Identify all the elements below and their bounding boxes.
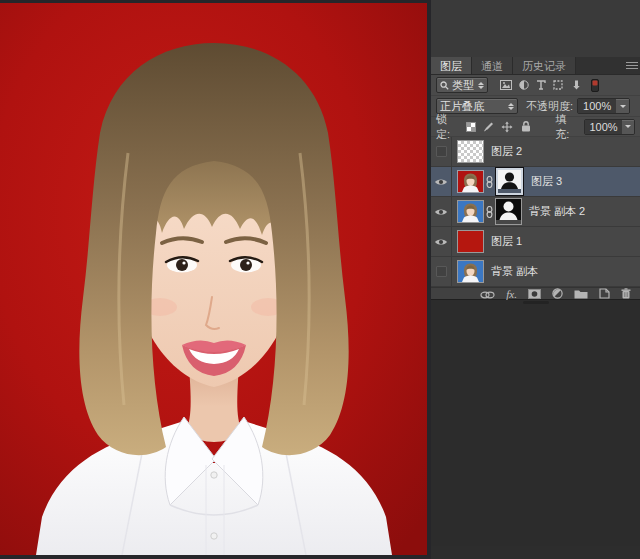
eye-icon: [434, 177, 448, 187]
layers-panel-bottom-bar: fx.: [431, 287, 640, 300]
layer-thumbnail-portrait-blue[interactable]: [458, 261, 483, 282]
visibility-off-box: [436, 146, 447, 157]
document-canvas[interactable]: [0, 0, 431, 559]
tab-bar-spacer: [576, 57, 640, 74]
blend-row: 正片叠底 不透明度: 100%: [431, 96, 640, 117]
photoshop-window: 图层 通道 历史记录 类型: [0, 0, 640, 559]
layer-row[interactable]: 背景 副本 2: [431, 197, 640, 227]
layer-mask-thumbnail[interactable]: [496, 199, 521, 224]
layers-list: 图层 2 图层 3: [431, 137, 640, 287]
visibility-toggle[interactable]: [431, 167, 452, 196]
layer-row[interactable]: 图层 1: [431, 227, 640, 257]
search-icon: [440, 81, 449, 90]
visibility-off-box: [436, 266, 447, 277]
panel-resize-grip[interactable]: [523, 301, 549, 304]
layer-thumbnail-portrait-blue[interactable]: [458, 201, 483, 222]
layer-name[interactable]: 图层 2: [491, 144, 522, 159]
layer-thumbnail-solid-red[interactable]: [458, 231, 483, 252]
filter-type-layers-icon[interactable]: [536, 80, 546, 90]
workspace-background-lower: [431, 300, 640, 546]
photo-image[interactable]: [0, 3, 427, 555]
opacity-value[interactable]: 100%: [578, 99, 616, 113]
eye-icon: [434, 237, 448, 247]
layer-style-fx-icon[interactable]: fx.: [506, 289, 517, 299]
tab-layers[interactable]: 图层: [431, 57, 472, 74]
layer-row[interactable]: 图层 2: [431, 137, 640, 167]
mask-link-icon[interactable]: [483, 206, 496, 218]
eye-icon: [434, 207, 448, 217]
layer-mask-thumbnail-selected[interactable]: [496, 168, 523, 195]
layer-thumbnail-portrait-red[interactable]: [458, 171, 483, 192]
workspace-background: [431, 0, 640, 57]
layers-panel-controls: 类型: [431, 75, 640, 137]
lock-position-move-icon[interactable]: [501, 121, 513, 133]
filter-smart-objects-icon[interactable]: [570, 80, 581, 90]
lock-row: 锁定: 填充: 100%: [431, 117, 640, 137]
panel-menu-icon[interactable]: [626, 62, 638, 69]
lock-image-brush-icon[interactable]: [483, 121, 494, 132]
mask-link-icon[interactable]: [483, 176, 496, 188]
stepper-icon: [504, 103, 514, 110]
filter-pixel-layers-icon[interactable]: [500, 80, 512, 90]
visibility-toggle[interactable]: [431, 257, 452, 286]
panel-tab-bar: 图层 通道 历史记录: [431, 57, 640, 75]
filter-shape-layers-icon[interactable]: [553, 80, 563, 90]
visibility-toggle[interactable]: [431, 137, 452, 166]
panel-column: 图层 通道 历史记录 类型: [431, 0, 640, 559]
lock-all-padlock-icon[interactable]: [521, 121, 531, 132]
layer-row[interactable]: 背景 副本: [431, 257, 640, 287]
fill-value[interactable]: 100%: [585, 120, 622, 134]
fill-dropdown-arrow[interactable]: [622, 120, 634, 134]
opacity-input[interactable]: 100%: [577, 98, 630, 114]
tab-channels[interactable]: 通道: [472, 57, 513, 74]
filter-type-dropdown[interactable]: 类型: [436, 77, 488, 93]
filter-type-label: 类型: [452, 78, 474, 93]
layer-name[interactable]: 背景 副本 2: [529, 204, 585, 219]
filter-row: 类型: [431, 75, 640, 96]
tab-history[interactable]: 历史记录: [513, 57, 576, 74]
filter-toggle-switch[interactable]: [591, 79, 599, 92]
visibility-toggle[interactable]: [431, 197, 452, 226]
fill-input[interactable]: 100%: [584, 119, 635, 135]
opacity-dropdown-arrow[interactable]: [616, 99, 629, 113]
layer-name[interactable]: 背景 副本: [491, 264, 538, 279]
layer-row-selected[interactable]: 图层 3: [431, 167, 640, 197]
filter-adjustment-layers-icon[interactable]: [519, 80, 529, 90]
layer-thumbnail-transparent[interactable]: [458, 141, 483, 162]
fill-label: 填充:: [555, 112, 579, 142]
layer-name[interactable]: 图层 3: [531, 174, 562, 189]
visibility-toggle[interactable]: [431, 227, 452, 256]
portrait-graphic: [0, 3, 427, 555]
lock-transparency-icon[interactable]: [466, 122, 476, 132]
layer-name[interactable]: 图层 1: [491, 234, 522, 249]
stepper-icon: [474, 82, 484, 89]
